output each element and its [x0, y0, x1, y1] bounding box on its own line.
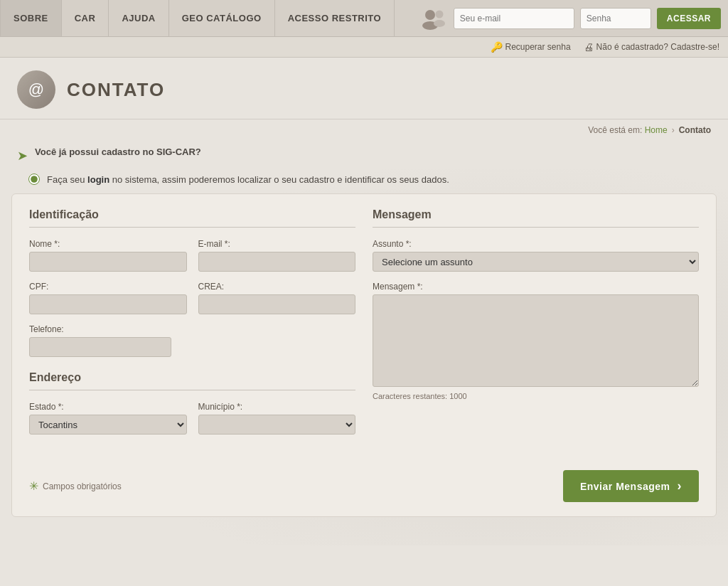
svg-point-0 [425, 10, 435, 20]
mensagem-title: Mensagem [373, 208, 699, 228]
crea-field-group: CREA: [198, 282, 356, 314]
nav-item-geo-catalogo[interactable]: GEO CATÁLOGO [169, 0, 275, 36]
header-icon: @ [17, 70, 55, 109]
acessar-button[interactable]: ACESSAR [657, 8, 721, 29]
estado-municipio-row: Estado *: Tocantins Acre Alagoas Amapá A… [29, 402, 355, 444]
cpf-crea-row: CPF: CREA: [29, 282, 355, 324]
municipio-field-group: Município *: [198, 402, 356, 435]
enviar-mensagem-button[interactable]: Enviar Mensagem › [563, 470, 699, 502]
endereco-section: Endereço Estado *: Tocantins Acre Alagoa… [29, 371, 355, 444]
estado-select[interactable]: Tocantins Acre Alagoas Amapá Amazonas Ba… [29, 415, 187, 435]
svg-point-2 [435, 10, 443, 18]
send-arrow-icon: › [678, 479, 682, 494]
register-icon: 🖨 [584, 41, 594, 53]
endereco-title: Endereço [29, 371, 355, 390]
cadastro-sub: Faça seu login no sistema, assim poderem… [0, 169, 728, 193]
assunto-select[interactable]: Selecione um assunto Dúvida Sugestão Rec… [373, 252, 699, 272]
enviar-label: Enviar Mensagem [580, 481, 670, 492]
mensagem-field-group: Mensagem *: Caracteres restantes: 1000 [373, 282, 699, 400]
email-field-group: E-mail *: [198, 239, 356, 272]
nav-item-acesso-restrito[interactable]: ACESSO RESTRITO [275, 0, 395, 36]
estado-label: Estado *: [29, 402, 187, 412]
municipio-select[interactable] [198, 415, 356, 435]
mensagem-label: Mensagem *: [373, 282, 699, 292]
page-title: CONTATO [67, 79, 165, 101]
cadastro-main-text: Você já possui cadastro no SIG-CAR? [35, 146, 201, 157]
nome-field-group: Nome *: [29, 239, 187, 272]
user-group-icon [421, 5, 448, 32]
telefone-label: Telefone: [29, 324, 171, 334]
municipio-label: Município *: [198, 402, 356, 412]
nome-email-row: Nome *: E-mail *: [29, 239, 355, 282]
svg-point-3 [434, 20, 445, 27]
arrow-right-icon: ➤ [17, 148, 28, 164]
recuperar-senha-link[interactable]: 🔑 Recuperar senha [491, 41, 571, 53]
breadcrumb: Você está em: Home › Contato [0, 119, 728, 141]
required-note-text: Campos obrigatórios [43, 481, 122, 491]
cpf-input[interactable] [29, 294, 187, 314]
email-field[interactable] [198, 252, 356, 272]
cpf-field-group: CPF: [29, 282, 187, 314]
password-input[interactable] [580, 8, 651, 29]
navbar: SOBRE CAR AJUDA GEO CATÁLOGO ACESSO REST… [0, 0, 728, 37]
nav-items: SOBRE CAR AJUDA GEO CATÁLOGO ACESSO REST… [0, 0, 395, 36]
breadcrumb-current: Contato [679, 125, 711, 135]
telefone-field-group: Telefone: [29, 324, 171, 357]
nav-item-ajuda[interactable]: AJUDA [109, 0, 168, 36]
assunto-field-group: Assunto *: Selecione um assunto Dúvida S… [373, 239, 699, 272]
mensagem-textarea[interactable] [373, 294, 699, 387]
nome-input[interactable] [29, 252, 187, 272]
crea-input[interactable] [198, 294, 356, 314]
breadcrumb-home[interactable]: Home [645, 125, 668, 135]
required-note: ✳ Campos obrigatórios [29, 479, 122, 493]
cadastro-radio[interactable] [28, 174, 40, 185]
cadastro-sub-text: Faça seu login no sistema, assim poderem… [47, 174, 449, 185]
login-links: 🔑 Recuperar senha 🖨 Não é cadastrado? Ca… [0, 37, 728, 58]
cadastro-link[interactable]: 🖨 Não é cadastrado? Cadastre-se! [584, 41, 719, 53]
form-container: Identificação Nome *: E-mail *: CPF: [11, 193, 717, 517]
page-header: @ CONTATO [0, 58, 728, 119]
char-count: Caracteres restantes: 1000 [373, 392, 699, 400]
estado-field-group: Estado *: Tocantins Acre Alagoas Amapá A… [29, 402, 187, 435]
breadcrumb-separator: › [672, 125, 675, 135]
assunto-label: Assunto *: [373, 239, 699, 249]
cpf-label: CPF: [29, 282, 187, 292]
cadastro-notice: ➤ Você já possui cadastro no SIG-CAR? [0, 141, 728, 169]
form-col-left: Identificação Nome *: E-mail *: CPF: [29, 208, 355, 444]
form-col-right: Mensagem Assunto *: Selecione um assunto… [373, 208, 699, 444]
asterisk-icon: ✳ [29, 479, 38, 493]
nav-right: ACESSAR [421, 5, 728, 32]
crea-label: CREA: [198, 282, 356, 292]
nome-label: Nome *: [29, 239, 187, 249]
telefone-input[interactable] [29, 337, 171, 357]
lock-icon: 🔑 [491, 41, 503, 53]
nav-item-sobre[interactable]: SOBRE [0, 0, 62, 36]
email-label: E-mail *: [198, 239, 356, 249]
form-row: Identificação Nome *: E-mail *: CPF: [29, 208, 699, 444]
form-footer: ✳ Campos obrigatórios Enviar Mensagem › [29, 462, 699, 502]
nav-item-car[interactable]: CAR [62, 0, 109, 36]
email-input[interactable] [454, 8, 574, 29]
identificacao-title: Identificação [29, 208, 355, 228]
